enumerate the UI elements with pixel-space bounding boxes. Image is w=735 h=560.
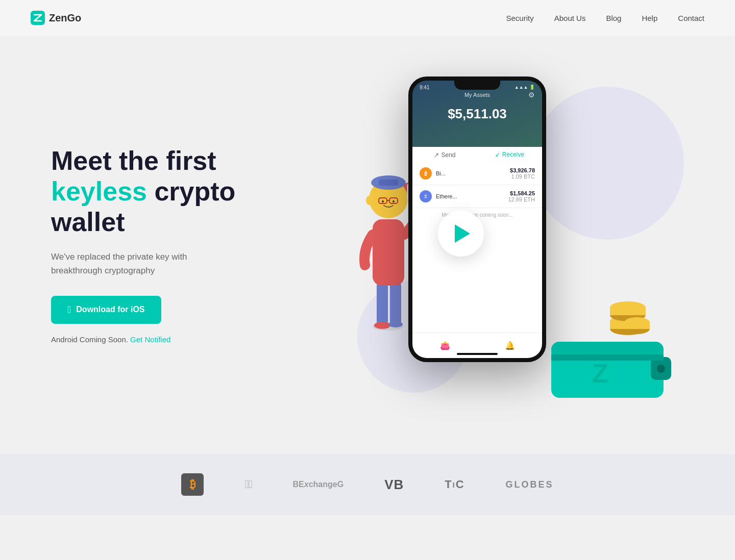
- send-icon: ↗: [434, 151, 439, 159]
- logo[interactable]: ZenGo: [31, 11, 81, 25]
- press-tic-label: TIC: [445, 478, 464, 491]
- receive-icon: ↙: [495, 151, 500, 158]
- bitcoin-box-icon: ₿: [181, 473, 204, 496]
- press-globes-label: GLOBES: [506, 479, 554, 490]
- press-vb-label: VB: [384, 477, 404, 492]
- nav-blog[interactable]: Blog: [606, 14, 621, 22]
- btc-icon: ₿: [420, 167, 432, 180]
- phone-time: 9:41: [420, 85, 429, 90]
- phone-header-title: My Assets: [412, 92, 542, 98]
- phone-send-tab[interactable]: ↗ Send: [412, 147, 477, 163]
- home-indicator: [457, 353, 498, 355]
- asset-row-btc: ₿ Bi... $3,926.78 1.09 BTC: [412, 162, 542, 185]
- play-triangle-icon: [455, 224, 470, 243]
- svg-point-39: [657, 365, 665, 373]
- hero-subtitle: We've replaced the private key with brea…: [51, 250, 225, 277]
- nav-about-us[interactable]: About Us: [554, 14, 586, 22]
- press-vb: VB: [384, 477, 404, 493]
- svg-text:Z: Z: [592, 359, 608, 388]
- wallet-svg: Z: [551, 301, 674, 403]
- svg-point-34: [624, 317, 650, 327]
- svg-rect-6: [373, 219, 404, 286]
- hero-content: Meet the first keyless crypto wallet We'…: [51, 146, 306, 344]
- press-globes: GLOBES: [506, 479, 554, 490]
- asset-row-eth: Ξ Ethere... $1,584.25 12.89 ETH: [412, 185, 542, 208]
- navbar: ZenGo Security About Us Blog Help Contac…: [0, 0, 735, 36]
- hero-section: Meet the first keyless crypto wallet We'…: [0, 36, 735, 454]
- svg-point-5: [388, 321, 403, 327]
- ios-button-label: Download for iOS: [76, 305, 144, 314]
- eth-icon: Ξ: [420, 190, 432, 202]
- nav-help[interactable]: Help: [642, 14, 657, 22]
- download-ios-button[interactable]:  Download for iOS: [51, 296, 161, 324]
- hero-keyless: keyless: [51, 176, 147, 206]
- press-techcrunch-label: : [244, 478, 252, 491]
- press-techcrunch: : [244, 478, 252, 491]
- phone-balance: $5,511.03: [412, 106, 542, 122]
- phone-notch: [454, 81, 500, 90]
- play-button[interactable]: [438, 211, 484, 257]
- svg-rect-2: [377, 281, 388, 326]
- svg-point-4: [374, 322, 390, 329]
- hero-illustration: 9:41 ▲▲▲ 🔋 My Assets ⚙ $5,511.03 ↗ Send …: [306, 46, 684, 444]
- wallet-illustration: Z: [551, 301, 674, 403]
- eth-name: Ethere...: [436, 193, 508, 199]
- press-tic: TIC: [445, 478, 464, 491]
- bitcoin-symbol: ₿: [190, 478, 195, 491]
- svg-rect-40: [551, 354, 664, 361]
- nav-contact[interactable]: Contact: [678, 14, 704, 22]
- zengo-logo-icon: [31, 11, 45, 25]
- nav-security[interactable]: Security: [506, 14, 534, 22]
- svg-rect-3: [390, 281, 401, 326]
- wallet-nav-icon[interactable]: 👛: [440, 341, 450, 350]
- eth-value: $1,584.25 12.89 ETH: [508, 190, 535, 202]
- logo-text: ZenGo: [49, 12, 81, 24]
- press-logos-bar: ₿  BExchangeG VB TIC GLOBES: [0, 454, 735, 515]
- svg-point-14: [393, 200, 395, 202]
- apple-icon: : [67, 304, 71, 316]
- phone-tabs: ↗ Send ↙ Receive: [412, 147, 542, 163]
- svg-point-31: [610, 301, 646, 314]
- hero-title: Meet the first keyless crypto wallet: [51, 146, 306, 237]
- android-notice: Android Coming Soon. Get Notified: [51, 335, 306, 344]
- settings-icon[interactable]: ⚙: [528, 91, 535, 99]
- bg-circle-large: [531, 87, 684, 240]
- get-notified-link[interactable]: Get Notified: [130, 335, 170, 344]
- svg-point-13: [382, 200, 384, 202]
- phone-mockup: 9:41 ▲▲▲ 🔋 My Assets ⚙ $5,511.03 ↗ Send …: [408, 77, 546, 362]
- svg-rect-9: [379, 180, 398, 186]
- press-bitcoin: ₿: [181, 473, 204, 496]
- press-bexchangeg: BExchangeG: [293, 480, 344, 489]
- svg-point-15: [366, 196, 372, 205]
- bell-nav-icon[interactable]: 🔔: [505, 341, 515, 350]
- phone-receive-tab[interactable]: ↙ Receive: [477, 147, 542, 163]
- nav-links: Security About Us Blog Help Contact: [506, 14, 704, 22]
- btc-name: Bi...: [436, 170, 510, 176]
- btc-value: $3,926.78 1.09 BTC: [510, 167, 535, 180]
- phone-status-icons: ▲▲▲ 🔋: [514, 85, 535, 90]
- press-bexchangeg-label: BExchangeG: [293, 480, 344, 489]
